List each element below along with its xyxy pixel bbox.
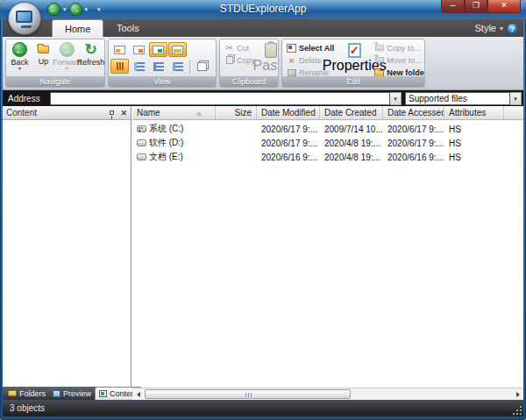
column-header-date-accessed[interactable]: Date Accessed <box>383 106 444 119</box>
customize-toolbar-icon[interactable]: ▾ <box>97 6 101 13</box>
drive-icon <box>137 153 146 160</box>
delete-icon: × <box>287 56 296 65</box>
select-all-button[interactable]: Select All <box>284 42 337 53</box>
status-bar: 3 objects <box>3 400 523 416</box>
close-button[interactable]: ✕ <box>487 0 521 13</box>
refresh-button[interactable]: ↻ Refresh <box>79 41 103 78</box>
view-small-icons-button[interactable] <box>168 59 187 74</box>
select-all-icon <box>287 44 296 53</box>
table-row[interactable]: 软件 (D:) 2020/6/17 9:... 2020/4/8 19:... … <box>132 136 523 150</box>
title-bar: STDUExplorerApp ← ▾ → ▾ ▾ ─ ❐ ✕ <box>0 0 526 19</box>
copy-to-button[interactable]: Copy to... <box>372 42 425 53</box>
forward-quick-button[interactable]: → <box>69 3 82 16</box>
maximize-button[interactable]: ❐ <box>465 0 487 13</box>
tab-preview[interactable]: Preview <box>49 387 95 400</box>
preview-tab-icon <box>53 390 60 397</box>
column-header-attributes[interactable]: Attributes <box>444 106 504 119</box>
view-list-button[interactable] <box>130 59 148 74</box>
scrollbar-thumb[interactable] <box>145 389 351 399</box>
folders-tab-icon <box>8 390 17 396</box>
application-menu-button[interactable] <box>8 2 41 35</box>
up-button[interactable]: ↑ Up <box>32 41 55 78</box>
style-dropdown-icon[interactable]: ▾ <box>500 25 503 32</box>
style-menu[interactable]: Style <box>475 23 496 33</box>
main-area: Content ✕ Folders Preview Content <box>3 106 523 400</box>
content-tab-icon <box>99 390 107 397</box>
back-button[interactable]: ← Back ▾ <box>8 41 32 78</box>
address-label: Address <box>3 94 50 103</box>
tab-folders[interactable]: Folders <box>4 387 49 400</box>
help-button[interactable]: ? <box>507 23 518 34</box>
table-row[interactable]: 文档 (E:) 2020/6/16 9:... 2020/4/8 19:... … <box>132 150 523 164</box>
view-details-pane-button[interactable] <box>168 42 187 57</box>
cut-icon: ✂ <box>224 43 234 53</box>
column-header-date-created[interactable]: Date Created <box>320 106 383 119</box>
resize-grip[interactable] <box>513 406 522 415</box>
folders-pane-icon <box>114 46 125 54</box>
list-view-icon <box>134 62 145 71</box>
paste-button[interactable]: Paste <box>258 41 279 78</box>
file-filter-select[interactable]: Supported files <box>405 92 510 105</box>
properties-icon: ✓ <box>348 43 361 58</box>
minimize-icon: ─ <box>450 1 455 10</box>
thumbnails-icon <box>117 62 124 70</box>
column-header-name[interactable]: Name <box>132 106 216 119</box>
column-header-size[interactable]: Size <box>216 106 257 119</box>
address-input[interactable] <box>50 92 390 105</box>
back-quick-button[interactable]: ← <box>47 3 60 16</box>
help-icon: ? <box>510 25 515 33</box>
panel-body[interactable] <box>3 120 131 387</box>
view-icons-button[interactable] <box>149 59 167 74</box>
new-folder-icon <box>374 68 384 77</box>
computer-icon <box>16 11 32 23</box>
group-label-clipboard: Clipboard <box>220 76 278 87</box>
view-thumbnails-button[interactable] <box>110 59 129 74</box>
tab-home[interactable]: Home <box>52 19 103 37</box>
icons-view-icon <box>153 62 164 71</box>
view-preview-pane-button[interactable] <box>130 42 148 57</box>
tab-tools[interactable]: Tools <box>104 19 152 37</box>
view-content-pane-button[interactable] <box>149 42 167 57</box>
ribbon-group-edit: Select All × Delete Rename ✓ Properties <box>281 39 425 88</box>
scroll-right-icon[interactable] <box>512 388 523 400</box>
view-folders-pane-button[interactable] <box>110 42 129 57</box>
group-label-edit: Edit <box>282 76 424 87</box>
copy-icon <box>224 56 234 64</box>
cut-button[interactable]: ✂ Cut <box>222 42 258 53</box>
drive-icon <box>137 139 146 146</box>
forward-button[interactable]: → Forward ▾ <box>55 41 79 78</box>
pin-icon[interactable] <box>110 110 114 115</box>
group-label-view: View <box>109 76 216 87</box>
back-arrow-icon: ← <box>50 4 59 14</box>
forward-dropdown-icon[interactable]: ▾ <box>85 6 89 13</box>
up-icon: ↑ <box>38 46 49 53</box>
paste-icon <box>265 43 277 58</box>
details-pane-icon <box>172 46 183 54</box>
table-row[interactable]: 系统 (C:) 2020/6/17 9:... 2009/7/14 10... … <box>132 122 523 136</box>
ribbon-tab-strip: Home Tools Style ▾ ? <box>3 19 523 37</box>
forward-split-icon: ▾ <box>66 67 68 70</box>
properties-button[interactable]: ✓ Properties <box>337 41 372 78</box>
minimize-button[interactable]: ─ <box>441 0 465 13</box>
scroll-left-icon[interactable] <box>132 388 144 400</box>
back-split-icon: ▾ <box>18 67 21 70</box>
column-header-date-modified[interactable]: Date Modified <box>257 106 320 119</box>
back-dropdown-icon[interactable]: ▾ <box>63 6 67 13</box>
panel-tab-bar: Folders Preview Content <box>3 387 131 400</box>
panel-title: Content <box>6 108 37 117</box>
move-to-button[interactable]: Move to... <box>372 54 425 66</box>
app-window: STDUExplorerApp ← ▾ → ▾ ▾ ─ ❐ ✕ Home Too… <box>0 0 526 420</box>
view-pages-button[interactable] <box>193 59 211 74</box>
horizontal-scrollbar[interactable] <box>132 388 523 400</box>
filter-dropdown-icon[interactable]: ▾ <box>510 92 522 105</box>
panel-close-icon[interactable]: ✕ <box>120 109 127 117</box>
ribbon-group-clipboard: ✂ Cut Copy Paste Clipboard <box>219 39 279 88</box>
address-dropdown-icon[interactable]: ▾ <box>390 92 402 105</box>
status-text: 3 objects <box>10 403 45 413</box>
small-icons-view-icon <box>173 62 183 71</box>
file-list-header: Name Size Date Modified Date Created Dat… <box>132 106 523 120</box>
forward-icon: → <box>60 42 75 57</box>
maximize-icon: ❐ <box>473 1 480 10</box>
file-list: Name Size Date Modified Date Created Dat… <box>132 106 523 400</box>
ribbon-group-navigate: ← Back ▾ ↑ Up → Forward ▾ ↻ Refresh <box>5 39 105 88</box>
